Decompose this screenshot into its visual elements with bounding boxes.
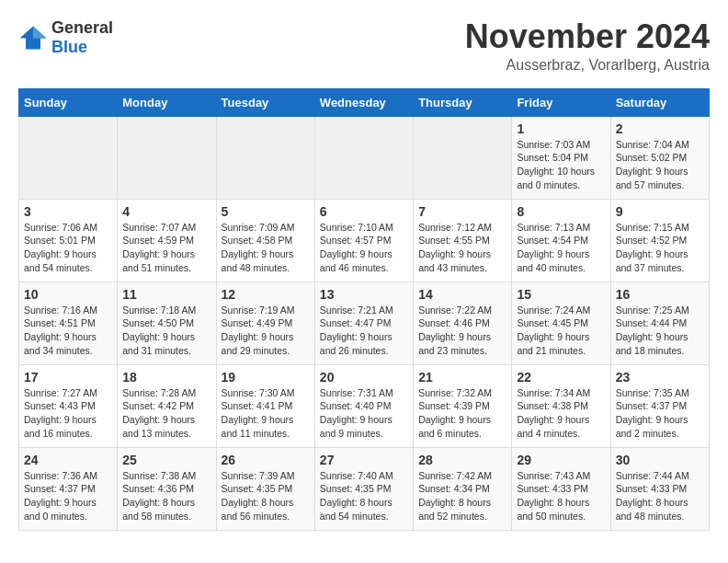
calendar-cell: 16Sunrise: 7:25 AM Sunset: 4:44 PM Dayli… [610, 282, 709, 364]
day-info: Sunrise: 7:09 AM Sunset: 4:58 PM Dayligh… [222, 221, 310, 275]
day-info: Sunrise: 7:04 AM Sunset: 5:02 PM Dayligh… [616, 138, 704, 192]
calendar-cell: 15Sunrise: 7:24 AM Sunset: 4:45 PM Dayli… [512, 282, 610, 364]
day-info: Sunrise: 7:24 AM Sunset: 4:45 PM Dayligh… [517, 304, 605, 358]
day-number: 20 [320, 370, 408, 385]
page-title: November 2024 [465, 18, 710, 55]
column-header-friday: Friday [512, 88, 610, 116]
calendar-cell: 28Sunrise: 7:42 AM Sunset: 4:34 PM Dayli… [414, 447, 512, 530]
calendar-cell: 26Sunrise: 7:39 AM Sunset: 4:35 PM Dayli… [216, 447, 314, 530]
title-area: November 2024 Ausserbraz, Vorarlberg, Au… [465, 18, 710, 74]
day-info: Sunrise: 7:32 AM Sunset: 4:39 PM Dayligh… [418, 386, 506, 441]
day-info: Sunrise: 7:36 AM Sunset: 4:37 PM Dayligh… [24, 469, 112, 523]
calendar-week-1: 3Sunrise: 7:06 AM Sunset: 5:01 PM Daylig… [19, 199, 710, 282]
calendar-cell: 2Sunrise: 7:04 AM Sunset: 5:02 PM Daylig… [610, 116, 709, 199]
day-number: 27 [320, 453, 408, 467]
calendar-week-0: 1Sunrise: 7:03 AM Sunset: 5:04 PM Daylig… [19, 116, 710, 199]
calendar-cell: 18Sunrise: 7:28 AM Sunset: 4:42 PM Dayli… [118, 364, 216, 447]
calendar-cell: 10Sunrise: 7:16 AM Sunset: 4:51 PM Dayli… [19, 282, 118, 364]
calendar-cell [118, 116, 216, 199]
calendar-cell: 1Sunrise: 7:03 AM Sunset: 5:04 PM Daylig… [512, 116, 610, 199]
logo-general: General [51, 18, 113, 37]
day-info: Sunrise: 7:13 AM Sunset: 4:54 PM Dayligh… [517, 221, 605, 275]
calendar-week-3: 17Sunrise: 7:27 AM Sunset: 4:43 PM Dayli… [19, 364, 710, 447]
day-number: 29 [517, 453, 605, 467]
day-info: Sunrise: 7:43 AM Sunset: 4:33 PM Dayligh… [517, 469, 605, 523]
day-info: Sunrise: 7:16 AM Sunset: 4:51 PM Dayligh… [24, 304, 112, 358]
logo: General Blue [18, 18, 113, 57]
day-number: 21 [418, 370, 506, 385]
calendar-cell: 20Sunrise: 7:31 AM Sunset: 4:40 PM Dayli… [314, 364, 413, 447]
calendar-cell: 23Sunrise: 7:35 AM Sunset: 4:37 PM Dayli… [610, 364, 709, 447]
calendar-cell: 14Sunrise: 7:22 AM Sunset: 4:46 PM Dayli… [414, 282, 512, 364]
column-header-saturday: Saturday [610, 88, 709, 116]
day-number: 6 [320, 204, 408, 219]
day-number: 15 [517, 287, 605, 302]
calendar-cell: 13Sunrise: 7:21 AM Sunset: 4:47 PM Dayli… [314, 282, 413, 364]
day-number: 23 [616, 370, 704, 385]
day-info: Sunrise: 7:18 AM Sunset: 4:50 PM Dayligh… [122, 304, 210, 358]
calendar-cell: 30Sunrise: 7:44 AM Sunset: 4:33 PM Dayli… [610, 447, 709, 530]
calendar-cell: 8Sunrise: 7:13 AM Sunset: 4:54 PM Daylig… [512, 199, 610, 282]
calendar-cell: 19Sunrise: 7:30 AM Sunset: 4:41 PM Dayli… [216, 364, 314, 447]
day-info: Sunrise: 7:40 AM Sunset: 4:35 PM Dayligh… [320, 469, 408, 523]
calendar-cell [216, 116, 314, 199]
day-info: Sunrise: 7:15 AM Sunset: 4:52 PM Dayligh… [616, 221, 704, 275]
day-info: Sunrise: 7:30 AM Sunset: 4:41 PM Dayligh… [222, 386, 310, 441]
day-number: 12 [222, 287, 310, 302]
day-number: 1 [517, 121, 605, 136]
calendar-cell [19, 116, 118, 199]
calendar-cell: 24Sunrise: 7:36 AM Sunset: 4:37 PM Dayli… [19, 447, 118, 530]
column-header-monday: Monday [118, 88, 216, 116]
day-number: 22 [517, 370, 605, 385]
day-number: 4 [122, 204, 210, 219]
day-info: Sunrise: 7:12 AM Sunset: 4:55 PM Dayligh… [418, 221, 506, 275]
column-header-tuesday: Tuesday [216, 88, 314, 116]
calendar-cell: 5Sunrise: 7:09 AM Sunset: 4:58 PM Daylig… [216, 199, 314, 282]
calendar-header-row: SundayMondayTuesdayWednesdayThursdayFrid… [19, 88, 710, 116]
day-info: Sunrise: 7:31 AM Sunset: 4:40 PM Dayligh… [320, 386, 408, 441]
calendar-week-2: 10Sunrise: 7:16 AM Sunset: 4:51 PM Dayli… [19, 282, 710, 364]
day-number: 25 [122, 453, 210, 467]
svg-marker-1 [33, 27, 46, 39]
page-header: General Blue November 2024 Ausserbraz, V… [18, 18, 710, 74]
column-header-wednesday: Wednesday [314, 88, 413, 116]
day-info: Sunrise: 7:34 AM Sunset: 4:38 PM Dayligh… [517, 386, 605, 441]
day-number: 10 [24, 287, 112, 302]
day-number: 5 [222, 204, 310, 219]
calendar-cell [414, 116, 512, 199]
day-info: Sunrise: 7:07 AM Sunset: 4:59 PM Dayligh… [122, 221, 210, 275]
day-number: 28 [418, 453, 506, 467]
day-info: Sunrise: 7:39 AM Sunset: 4:35 PM Dayligh… [222, 469, 310, 523]
calendar-cell: 9Sunrise: 7:15 AM Sunset: 4:52 PM Daylig… [610, 199, 709, 282]
day-info: Sunrise: 7:35 AM Sunset: 4:37 PM Dayligh… [616, 386, 704, 441]
calendar-cell: 6Sunrise: 7:10 AM Sunset: 4:57 PM Daylig… [314, 199, 413, 282]
day-info: Sunrise: 7:44 AM Sunset: 4:33 PM Dayligh… [616, 469, 704, 523]
calendar-cell: 21Sunrise: 7:32 AM Sunset: 4:39 PM Dayli… [414, 364, 512, 447]
day-info: Sunrise: 7:21 AM Sunset: 4:47 PM Dayligh… [320, 304, 408, 358]
day-number: 24 [24, 453, 112, 467]
column-header-thursday: Thursday [414, 88, 512, 116]
calendar-cell: 22Sunrise: 7:34 AM Sunset: 4:38 PM Dayli… [512, 364, 610, 447]
logo-blue: Blue [51, 38, 87, 56]
day-number: 9 [616, 204, 704, 219]
day-number: 2 [616, 121, 704, 136]
day-info: Sunrise: 7:38 AM Sunset: 4:36 PM Dayligh… [122, 469, 210, 523]
calendar-cell: 11Sunrise: 7:18 AM Sunset: 4:50 PM Dayli… [118, 282, 216, 364]
day-number: 16 [616, 287, 704, 302]
day-info: Sunrise: 7:06 AM Sunset: 5:01 PM Dayligh… [24, 221, 112, 275]
day-info: Sunrise: 7:25 AM Sunset: 4:44 PM Dayligh… [616, 304, 704, 358]
page-subtitle: Ausserbraz, Vorarlberg, Austria [465, 57, 710, 74]
calendar-cell: 7Sunrise: 7:12 AM Sunset: 4:55 PM Daylig… [414, 199, 512, 282]
calendar-body: 1Sunrise: 7:03 AM Sunset: 5:04 PM Daylig… [19, 116, 710, 530]
calendar-table: SundayMondayTuesdayWednesdayThursdayFrid… [18, 88, 710, 531]
day-info: Sunrise: 7:10 AM Sunset: 4:57 PM Dayligh… [320, 221, 408, 275]
calendar-cell: 3Sunrise: 7:06 AM Sunset: 5:01 PM Daylig… [19, 199, 118, 282]
day-number: 3 [24, 204, 112, 219]
calendar-cell: 27Sunrise: 7:40 AM Sunset: 4:35 PM Dayli… [314, 447, 413, 530]
day-number: 13 [320, 287, 408, 302]
day-number: 7 [418, 204, 506, 219]
day-number: 18 [122, 370, 210, 385]
day-info: Sunrise: 7:22 AM Sunset: 4:46 PM Dayligh… [418, 304, 506, 358]
day-info: Sunrise: 7:27 AM Sunset: 4:43 PM Dayligh… [24, 386, 112, 441]
day-number: 14 [418, 287, 506, 302]
